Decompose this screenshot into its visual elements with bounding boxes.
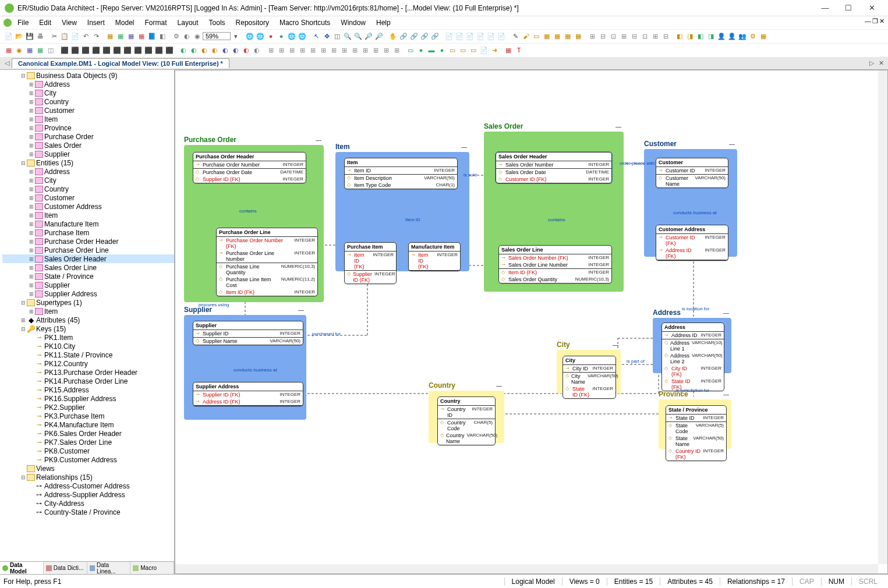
entity-supplier-address[interactable]: Supplier Address⊸Supplier ID (FK)INTEGER… — [193, 382, 303, 406]
toolbar-button[interactable]: ▬ — [426, 45, 437, 55]
entity-item[interactable]: Item⊸Item IDINTEGER◇Item DescriptionVARC… — [344, 158, 458, 189]
menu-edit[interactable]: Edit — [34, 17, 56, 28]
horizontal-scrollbar[interactable] — [175, 564, 878, 573]
toolbar-button[interactable]: ⬛ — [91, 45, 101, 56]
toolbar-button[interactable]: 📄 — [454, 31, 465, 42]
toolbar-button[interactable]: 🌐 — [286, 31, 297, 42]
tree-node[interactable]: ⊞Province — [2, 123, 174, 132]
toolbar-button[interactable]: 🔍 — [353, 31, 363, 42]
entity-country[interactable]: Country⊸Country IDINTEGER◇Country CodeCH… — [437, 396, 496, 445]
toolbar-button[interactable]: ◧ — [695, 31, 706, 42]
toolbar-button[interactable]: 🌐 — [297, 31, 307, 42]
toolbar-button[interactable]: ▭ — [447, 45, 458, 56]
toolbar-button[interactable]: 📄 — [486, 31, 496, 42]
toolbar-button[interactable]: ⊞ — [328, 45, 339, 56]
toolbar-button[interactable]: ◐ — [220, 45, 231, 56]
toolbar-button[interactable]: ◨ — [685, 31, 695, 42]
tree-node[interactable]: ⊞Purchase Item — [2, 228, 174, 237]
tree[interactable]: ⊟Business Data Objects (9)⊞Address⊞City⊞… — [0, 70, 174, 530]
menu-tools[interactable]: Tools — [204, 17, 230, 28]
menu-view[interactable]: View — [57, 17, 82, 28]
toolbar-button[interactable]: ⊞ — [381, 45, 391, 56]
toolbar-button[interactable]: ◉ — [192, 31, 203, 42]
app-menu-icon[interactable] — [3, 19, 12, 27]
collapse-icon[interactable]: — — [461, 144, 467, 150]
toolbar-button[interactable]: ⊞ — [318, 45, 328, 56]
toolbar-button[interactable]: 🔎 — [374, 31, 384, 42]
tree-node[interactable]: ⊞Supplier — [2, 281, 174, 289]
toolbar-button[interactable]: ⊞ — [276, 45, 286, 56]
toolbar-button[interactable]: ◨ — [706, 31, 716, 42]
toolbar-button[interactable]: ⬛ — [70, 45, 80, 56]
document-tab[interactable]: Canonical Example.DM1 - Logical Model Vi… — [12, 58, 229, 68]
toolbar-button[interactable]: 📋 — [59, 31, 70, 42]
close-button[interactable]: ✕ — [860, 0, 883, 16]
toolbar-button[interactable]: 📄 — [496, 31, 507, 42]
tree-node[interactable]: ⊞Purchase Order Line — [2, 246, 174, 254]
toolbar-button[interactable]: ⊡ — [639, 31, 650, 42]
tree-node[interactable]: ⊞Purchase Order Header — [2, 237, 174, 246]
toolbar-button[interactable]: ⊞ — [618, 31, 629, 42]
tree-node[interactable]: ⊸PK11.State / Province — [2, 350, 174, 359]
toolbar-button[interactable]: ▭ — [458, 45, 468, 56]
toolbar-button[interactable]: ⬛ — [112, 45, 122, 56]
entity-customer[interactable]: Customer⊸Customer IDINTEGER◇Customer Nam… — [656, 158, 728, 188]
toolbar-button[interactable]: 🔗 — [398, 31, 409, 42]
toolbar-button[interactable]: ◐ — [231, 45, 241, 56]
tree-node[interactable]: ⊞Customer Address — [2, 202, 174, 211]
collapse-icon[interactable]: — — [496, 382, 502, 389]
toolbar-button[interactable]: 💾 — [24, 31, 35, 42]
tree-node[interactable]: ⊸PK16.Supplier Address — [2, 394, 174, 403]
toolbar-button[interactable]: ◫ — [45, 45, 56, 56]
toolbar-button[interactable]: ⊟ — [597, 31, 608, 42]
tree-node[interactable]: ⊞Supplier — [2, 150, 174, 158]
tree-node[interactable]: ⊞Country — [2, 185, 174, 193]
tree-node[interactable]: ⊞Sales Order Line — [2, 263, 174, 272]
toolbar-button[interactable]: ↷ — [91, 31, 101, 42]
tree-node[interactable]: ⊶Address-Customer Address — [2, 481, 174, 490]
tree-node[interactable]: ⊸PK14.Purchase Order Line — [2, 377, 174, 385]
toolbar-button[interactable]: ⊞ — [360, 45, 370, 56]
tree-node[interactable]: ⊞Sales Order — [2, 141, 174, 150]
tree-node[interactable]: ⊟Relationships (15) — [2, 473, 174, 481]
toolbar-button[interactable]: ▦ — [126, 31, 136, 42]
toolbar-button[interactable]: 🖌 — [521, 31, 531, 41]
toolbar-button[interactable]: ⊡ — [608, 31, 618, 42]
menu-file[interactable]: File — [13, 17, 33, 28]
toolbar-button[interactable]: ⊞ — [370, 45, 381, 56]
menu-format[interactable]: Format — [140, 17, 172, 28]
toolbar-button[interactable]: ▭ — [468, 45, 479, 56]
toolbar-button[interactable]: ⬛ — [154, 45, 164, 56]
toolbar-button[interactable]: ◉ — [14, 45, 24, 56]
toolbar-button[interactable]: ▦ — [758, 31, 769, 42]
collapse-icon[interactable]: — — [723, 391, 729, 398]
toolbar-button[interactable]: 📂 — [14, 31, 24, 42]
tree-node[interactable]: ⊟Business Data Objects (9) — [2, 71, 174, 80]
toolbar-button[interactable]: ◐ — [182, 31, 192, 42]
mdi-minimize-button[interactable]: — — [865, 17, 871, 28]
toolbar-button[interactable]: ◐ — [199, 45, 210, 56]
entity-customer-address[interactable]: Customer Address⊸Customer ID (FK)INTEGER… — [656, 225, 728, 261]
entity-purchase-item[interactable]: Purchase Item⊸Item ID (FK)INTEGER◇Suppli… — [344, 242, 397, 284]
menu-window[interactable]: Window — [336, 17, 370, 28]
tree-node[interactable]: ⊞Country — [2, 97, 174, 106]
toolbar-button[interactable]: ▦ — [136, 31, 147, 42]
tree-node[interactable]: ⊸PK15.Address — [2, 385, 174, 394]
tree-node[interactable]: ⊟🔑Keys (15) — [2, 324, 174, 333]
tree-node[interactable]: ⊸PK9.Customer Address — [2, 455, 174, 464]
tree-node[interactable]: ⊶City-Address — [2, 499, 174, 508]
toolbar-button[interactable]: ↖ — [311, 31, 321, 42]
tree-node[interactable]: ⊸PK2.Supplier — [2, 403, 174, 412]
toolbar-button[interactable]: ⬛ — [122, 45, 133, 56]
tree-node[interactable]: ⊸PK13.Purchase Order Header — [2, 368, 174, 377]
toolbar-button[interactable]: 🔗 — [430, 31, 440, 42]
toolbar-button[interactable]: ⬛ — [80, 45, 91, 56]
toolbar-button[interactable]: 📄 — [465, 31, 475, 42]
toolbar-button[interactable]: ⊞ — [587, 31, 597, 42]
tree-node[interactable]: ⊞City — [2, 88, 174, 97]
menu-model[interactable]: Model — [111, 17, 139, 28]
toolbar-button[interactable]: ▦ — [562, 31, 573, 42]
toolbar-button[interactable]: ⬛ — [143, 45, 154, 56]
tree-node[interactable]: ⊞Address — [2, 80, 174, 88]
toolbar-button[interactable]: ▭ — [531, 31, 542, 42]
